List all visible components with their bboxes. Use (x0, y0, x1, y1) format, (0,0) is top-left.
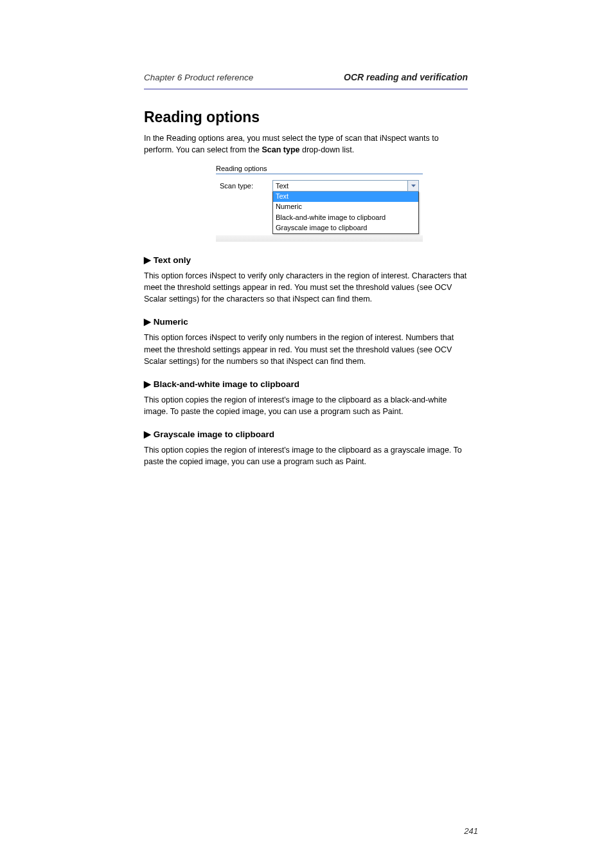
option-grayscale-clipboard[interactable]: Grayscale image to clipboard (273, 223, 418, 233)
option-numeric[interactable]: Numeric (273, 202, 418, 212)
header-rule (144, 89, 468, 89)
scan-type-selected-value: Text (273, 182, 407, 190)
option-body-bw-clipboard: This option copies the region of interes… (144, 394, 468, 417)
section-caption: OCR reading and verification (344, 72, 468, 82)
page-number: 241 (464, 826, 478, 836)
option-heading-bw-clipboard: ▶ Black-and-white image to clipboard (144, 379, 468, 389)
scan-type-label: Scan type: (220, 180, 262, 190)
chapter-title: Chapter 6 Product reference (144, 73, 253, 82)
running-header: Chapter 6 Product reference OCR reading … (144, 72, 468, 86)
option-body-grayscale-clipboard: This option copies the region of interes… (144, 444, 468, 467)
intro-text-2: drop-down list. (300, 145, 355, 154)
dropdown-button[interactable] (407, 181, 418, 191)
groupbox-rule (216, 174, 423, 174)
reading-options-figure: Reading options Scan type: Text Text Num… (216, 165, 423, 242)
groupbox-footer (216, 235, 423, 242)
groupbox-title: Reading options (216, 165, 423, 172)
scan-type-combobox[interactable]: Text (272, 180, 419, 192)
intro-paragraph: In the Reading options area, you must se… (144, 132, 468, 156)
scan-type-bold: Scan type (262, 145, 299, 154)
scan-type-row: Scan type: Text Text Numeric Black-and-w… (216, 178, 423, 234)
content-area: Chapter 6 Product reference OCR reading … (144, 72, 468, 473)
chevron-down-icon (411, 185, 416, 187)
option-heading-grayscale-clipboard: ▶ Grayscale image to clipboard (144, 429, 468, 439)
svg-marker-0 (411, 185, 416, 187)
scan-type-combo-wrap: Text Text Numeric Black-and-white image … (272, 180, 419, 234)
option-text[interactable]: Text (273, 192, 418, 202)
option-body-numeric: This option forces iNspect to verify onl… (144, 332, 468, 366)
section-title: Reading options (144, 109, 468, 126)
option-bw-clipboard[interactable]: Black-and-white image to clipboard (273, 213, 418, 223)
option-heading-text-only: ▶ Text only (144, 255, 468, 265)
scan-type-dropdown-list: Text Numeric Black-and-white image to cl… (272, 192, 419, 234)
option-body-text-only: This option forces iNspect to verify onl… (144, 270, 468, 305)
page: Chapter 6 Product reference OCR reading … (0, 0, 613, 868)
option-heading-numeric: ▶ Numeric (144, 316, 468, 327)
